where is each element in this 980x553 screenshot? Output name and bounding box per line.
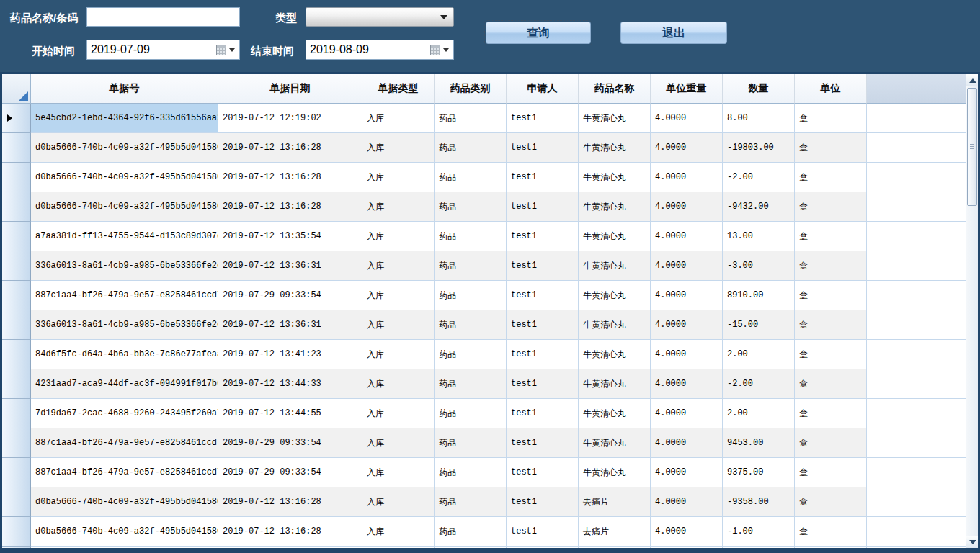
cell-applicant[interactable]: test1 — [507, 428, 579, 458]
cell-applicant[interactable]: test1 — [507, 104, 579, 133]
cell-doc-id[interactable]: 84d6f5fc-d64a-4b6a-bb3e-7c86e77afeaa — [31, 340, 218, 369]
row-header-cell[interactable] — [2, 163, 31, 192]
cell-filler[interactable] — [867, 104, 966, 133]
cell-doc-date[interactable]: 2019-07-29 09:33:54 — [218, 458, 362, 487]
column-header-filler[interactable] — [867, 74, 966, 104]
cell-drug-category[interactable]: 药品 — [435, 192, 507, 222]
column-header-quantity[interactable]: 数量 — [723, 74, 795, 104]
cell-doc-date[interactable]: 2019-07-12 13:16:28 — [218, 133, 362, 163]
row-header-cell[interactable] — [2, 428, 31, 458]
column-header-doc-id[interactable]: 单据号 — [31, 74, 218, 104]
row-header-cell[interactable] — [2, 458, 31, 487]
cell-filler[interactable] — [867, 399, 966, 428]
cell-quantity[interactable]: -9432.00 — [723, 192, 795, 222]
cell-doc-date[interactable]: 2019-07-12 13:16:28 — [218, 192, 362, 222]
row-header-cell[interactable] — [2, 251, 31, 281]
cell-applicant[interactable]: test1 — [507, 340, 579, 369]
cell-unit-weight[interactable]: 4.0000 — [651, 399, 723, 428]
cell-doc-id[interactable]: 887c1aa4-bf26-479a-9e57-e8258461ccd7 — [31, 281, 218, 310]
type-select[interactable] — [306, 7, 454, 27]
cell-drug-category[interactable]: 药品 — [435, 163, 507, 192]
cell-unit[interactable]: 盒 — [795, 104, 867, 133]
cell-filler[interactable] — [867, 428, 966, 458]
cell-drug-category[interactable]: 药品 — [435, 369, 507, 399]
cell-unit-weight[interactable]: 4.0000 — [651, 458, 723, 487]
cell-doc-id[interactable]: d0ba5666-740b-4c09-a32f-495b5d041580 — [31, 517, 218, 547]
cell-quantity[interactable]: -15.00 — [723, 310, 795, 340]
cell-doc-id[interactable]: 887c1aa4-bf26-479a-9e57-e8258461ccd7 — [31, 428, 218, 458]
cell-applicant[interactable]: test1 — [507, 222, 579, 251]
cell-unit[interactable]: 盒 — [795, 428, 867, 458]
cell-filler[interactable] — [867, 369, 966, 399]
column-header-doc-type[interactable]: 单据类型 — [362, 74, 435, 104]
start-date-picker[interactable]: 2019-07-09 — [86, 40, 240, 60]
cell-quantity[interactable]: -2.00 — [723, 163, 795, 192]
cell-doc-type[interactable]: 入库 — [362, 251, 435, 281]
cell-quantity[interactable]: -3.00 — [723, 251, 795, 281]
cell-doc-date[interactable]: 2019-07-12 13:41:23 — [218, 340, 362, 369]
cell-drug-category[interactable]: 药品 — [435, 487, 507, 517]
cell-unit[interactable]: 盒 — [795, 517, 867, 547]
cell-doc-type[interactable]: 入库 — [362, 222, 435, 251]
cell-quantity[interactable]: -1.00 — [723, 517, 795, 547]
cell-unit[interactable]: 盒 — [795, 281, 867, 310]
cell-filler[interactable] — [867, 222, 966, 251]
cell-quantity[interactable]: 2.00 — [723, 399, 795, 428]
cell-drug-category[interactable]: 药品 — [435, 310, 507, 340]
cell-quantity[interactable]: 8910.00 — [723, 281, 795, 310]
row-header-cell[interactable] — [2, 487, 31, 517]
cell-drug-name[interactable]: 牛黄清心丸 — [579, 163, 651, 192]
row-header-cell[interactable] — [2, 222, 31, 251]
scroll-down-button[interactable] — [966, 536, 978, 548]
scrollbar-thumb[interactable] — [967, 88, 977, 206]
cell-doc-type[interactable]: 入库 — [362, 163, 435, 192]
cell-drug-category[interactable]: 药品 — [435, 281, 507, 310]
cell-drug-category[interactable]: 药品 — [435, 428, 507, 458]
cell-unit-weight[interactable]: 4.0000 — [651, 163, 723, 192]
cell-quantity[interactable]: 2.00 — [723, 340, 795, 369]
cell-doc-type[interactable]: 入库 — [362, 428, 435, 458]
cell-filler[interactable] — [867, 310, 966, 340]
cell-filler[interactable] — [867, 163, 966, 192]
cell-drug-name[interactable]: 牛黄清心丸 — [579, 251, 651, 281]
cell-applicant[interactable]: test1 — [507, 310, 579, 340]
cell-unit-weight[interactable]: 4.0000 — [651, 133, 723, 163]
cell-doc-type[interactable]: 入库 — [362, 517, 435, 547]
row-header-cell[interactable] — [2, 369, 31, 399]
cell-drug-name[interactable]: 牛黄清心丸 — [579, 458, 651, 487]
cell-drug-category[interactable]: 药品 — [435, 251, 507, 281]
cell-filler[interactable] — [867, 340, 966, 369]
cell-unit[interactable]: 盒 — [795, 399, 867, 428]
cell-doc-type[interactable]: 入库 — [362, 310, 435, 340]
cell-applicant[interactable]: test1 — [507, 251, 579, 281]
exit-button[interactable]: 退出 — [620, 22, 727, 44]
row-header-cell[interactable] — [2, 133, 31, 163]
cell-unit[interactable]: 盒 — [795, 163, 867, 192]
cell-doc-id[interactable]: 5e45cbd2-1ebd-4364-92f6-335d61556aa2 — [31, 104, 218, 133]
cell-unit[interactable]: 盒 — [795, 458, 867, 487]
cell-filler[interactable] — [867, 133, 966, 163]
cell-doc-type[interactable]: 入库 — [362, 281, 435, 310]
cell-doc-type[interactable]: 入库 — [362, 458, 435, 487]
cell-doc-type[interactable]: 入库 — [362, 399, 435, 428]
cell-drug-name[interactable]: 去痛片 — [579, 517, 651, 547]
cell-quantity[interactable]: 8.00 — [723, 104, 795, 133]
column-header-doc-date[interactable]: 单据日期 — [218, 74, 362, 104]
cell-unit-weight[interactable]: 4.0000 — [651, 487, 723, 517]
drug-name-input[interactable] — [86, 7, 240, 27]
cell-drug-category[interactable]: 药品 — [435, 399, 507, 428]
row-header-cell[interactable] — [2, 104, 31, 133]
cell-applicant[interactable]: test1 — [507, 192, 579, 222]
cell-doc-date[interactable]: 2019-07-12 12:19:02 — [218, 104, 362, 133]
cell-doc-date[interactable]: 2019-07-12 13:16:28 — [218, 517, 362, 547]
cell-unit[interactable]: 盒 — [795, 222, 867, 251]
column-header-unit-weight[interactable]: 单位重量 — [651, 74, 723, 104]
cell-unit-weight[interactable]: 4.0000 — [651, 251, 723, 281]
cell-filler[interactable] — [867, 517, 966, 547]
cell-unit[interactable]: 盒 — [795, 251, 867, 281]
cell-doc-type[interactable]: 入库 — [362, 192, 435, 222]
cell-doc-id[interactable]: d0ba5666-740b-4c09-a32f-495b5d041580 — [31, 133, 218, 163]
cell-doc-id[interactable]: 887c1aa4-bf26-479a-9e57-e8258461ccd7 — [31, 458, 218, 487]
cell-unit[interactable]: 盒 — [795, 487, 867, 517]
cell-doc-id[interactable]: d0ba5666-740b-4c09-a32f-495b5d041580 — [31, 163, 218, 192]
